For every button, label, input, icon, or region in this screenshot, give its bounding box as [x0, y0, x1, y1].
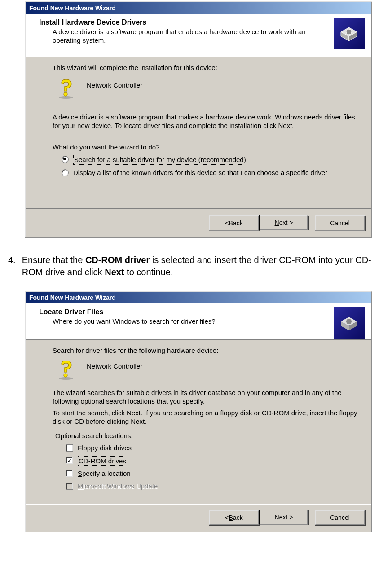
explain-text: A device driver is a software program th…	[53, 113, 358, 130]
svg-point-9	[346, 319, 352, 324]
wizard-dialog-locate-files: Found New Hardware Wizard Locate Driver …	[25, 291, 372, 532]
titlebar: Found New Hardware Wizard	[26, 2, 371, 14]
svg-point-10	[59, 377, 73, 380]
svg-point-4	[59, 96, 73, 99]
checkbox-specify-location[interactable]: Specify a location	[66, 469, 358, 478]
question-mark-icon	[57, 79, 79, 99]
question-text: What do you want the wizard to do?	[53, 143, 358, 152]
radio-icon[interactable]	[62, 169, 69, 176]
question-mark-icon	[57, 361, 79, 380]
titlebar-text: Found New Hardware Wizard	[29, 294, 116, 301]
header-subtitle: A device driver is a software program th…	[39, 26, 371, 45]
back-button[interactable]: < Back	[209, 510, 259, 525]
titlebar: Found New Hardware Wizard	[26, 292, 371, 303]
svg-point-5	[64, 92, 67, 96]
para-database: The wizard searches for suitable drivers…	[53, 388, 358, 406]
checkbox-icon	[66, 483, 73, 490]
checkbox-icon[interactable]	[66, 470, 73, 477]
radio-icon[interactable]	[62, 156, 69, 163]
checkbox-windows-update: Microsoft Windows Update	[66, 482, 358, 491]
para-start-search: To start the search, click Next. If you …	[53, 409, 358, 426]
button-row: < Back Next > Cancel	[26, 210, 371, 237]
checkbox-cdrom[interactable]: CD-ROM drives	[66, 456, 358, 466]
next-button[interactable]: Next >	[259, 510, 308, 524]
step-number: 4.	[8, 254, 16, 278]
svg-point-11	[64, 374, 67, 377]
back-button[interactable]: < Back	[209, 215, 259, 231]
checkbox-icon[interactable]	[66, 457, 73, 464]
search-intro: Search for driver files for the followin…	[53, 346, 358, 355]
checkbox-floppy[interactable]: Floppy disk drives	[66, 444, 358, 453]
step-body: Ensure that the CD-ROM driver is selecte…	[22, 254, 388, 278]
radio-option-search[interactable]: Search for a suitable driver for my devi…	[62, 155, 358, 165]
checkbox-icon[interactable]	[66, 444, 73, 452]
svg-point-3	[346, 29, 352, 35]
hardware-icon	[334, 18, 365, 49]
dialog-header: Install Hardware Device Drivers A device…	[26, 14, 371, 57]
radio-label-rest: earch for a suitable driver for my devic…	[79, 156, 246, 163]
dialog-header: Locate Driver Files Where do you want Wi…	[26, 303, 371, 340]
cancel-button[interactable]: Cancel	[315, 510, 365, 525]
hardware-icon	[334, 307, 365, 339]
header-title: Locate Driver Files	[39, 308, 371, 316]
device-name: Network Controller	[87, 79, 142, 89]
header-title: Install Hardware Device Drivers	[39, 18, 371, 26]
instruction-step-4: 4. Ensure that the CD-ROM driver is sele…	[8, 254, 388, 278]
next-button[interactable]: Next >	[259, 215, 308, 230]
radio-label-accel: S	[74, 156, 79, 163]
device-name: Network Controller	[87, 361, 142, 370]
radio-label-rest: isplay a list of the known drivers for t…	[78, 169, 327, 176]
button-row: < Back Next > Cancel	[26, 505, 371, 532]
dialog-body: Search for driver files for the followin…	[26, 340, 371, 503]
wizard-dialog-install-drivers: Found New Hardware Wizard Install Hardwa…	[25, 1, 372, 238]
radio-label-accel: D	[73, 169, 78, 176]
radio-option-display-list[interactable]: Display a list of the known drivers for …	[62, 168, 358, 177]
dialog-body: This wizard will complete the installati…	[26, 57, 371, 208]
cancel-button[interactable]: Cancel	[315, 215, 365, 231]
header-subtitle: Where do you want Windows to search for …	[39, 316, 371, 326]
optional-locations-label: Optional search locations:	[55, 431, 358, 440]
titlebar-text: Found New Hardware Wizard	[29, 4, 116, 12]
intro-text: This wizard will complete the installati…	[53, 63, 358, 72]
